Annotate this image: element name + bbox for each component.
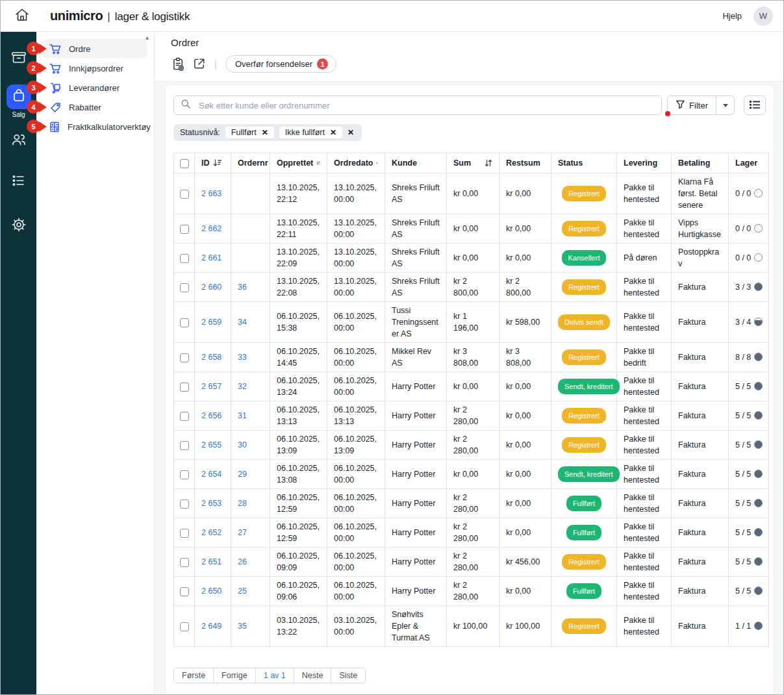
order-id-link[interactable]: 2 650	[201, 587, 221, 596]
contacts-icon[interactable]	[10, 131, 27, 148]
sort-toggle-icon	[485, 159, 492, 167]
search-icon	[181, 99, 191, 112]
order-id-link[interactable]: 2 651	[201, 557, 221, 566]
ordernr-link[interactable]: 34	[238, 318, 247, 327]
page-previous-button[interactable]: Forrige	[213, 668, 256, 683]
order-id-link[interactable]: 2 663	[201, 189, 221, 198]
sidebar-item-leverandorer[interactable]: Leverandører	[42, 78, 147, 97]
column-settings-button[interactable]	[744, 95, 766, 115]
clipboard-add-icon[interactable]	[171, 57, 185, 71]
order-id-link[interactable]: 2 662	[201, 224, 221, 233]
settings-gear-icon[interactable]	[10, 216, 27, 233]
ordernr-link[interactable]: 30	[238, 440, 247, 449]
ordernr-link[interactable]: 29	[238, 470, 247, 479]
status-badge: Sendt, kreditert	[558, 466, 620, 482]
sidebar-item-rabatter[interactable]: Rabatter	[42, 97, 147, 117]
remove-chip-icon[interactable]: ✕	[262, 129, 268, 136]
row-checkbox[interactable]	[180, 587, 189, 596]
stock-pie-icon	[754, 528, 763, 537]
row-checkbox[interactable]	[180, 470, 189, 479]
order-id-link[interactable]: 2 659	[201, 318, 221, 327]
order-id-link[interactable]: 2 649	[201, 622, 221, 631]
row-checkbox[interactable]	[180, 529, 189, 538]
ordernr-link[interactable]: 27	[238, 528, 247, 537]
ordernr-link[interactable]: 32	[238, 382, 247, 391]
row-checkbox[interactable]	[180, 225, 189, 234]
sum-cell: kr 2 280,00	[447, 431, 499, 460]
page-last-button[interactable]: Siste	[331, 668, 366, 683]
ordredato-cell: 06.10.2025, 00:00	[327, 372, 385, 401]
table-row: 2 6573206.10.2025, 13:2406.10.2025, 00:0…	[174, 372, 769, 401]
sort-descending-icon	[213, 159, 221, 167]
order-id-link[interactable]: 2 655	[201, 440, 221, 449]
page-indicator[interactable]: 1 av 1	[255, 668, 294, 683]
betaling-cell: Faktura	[672, 548, 729, 577]
row-checkbox[interactable]	[180, 383, 189, 392]
row-checkbox[interactable]	[180, 254, 189, 263]
levering-cell: Pakke til hentested	[617, 302, 672, 343]
sidebar-scroll-up-arrow[interactable]: ▲	[144, 34, 150, 41]
betaling-cell: Faktura	[672, 372, 729, 401]
document-export-icon[interactable]	[192, 57, 206, 71]
table-row: 2 6532806.10.2025, 12:5906.10.2025, 00:0…	[174, 489, 769, 518]
ordernr-link[interactable]: 35	[238, 622, 247, 631]
col-header-kunde: Kunde	[385, 153, 447, 173]
select-all-checkbox[interactable]	[180, 159, 189, 168]
order-id-link[interactable]: 2 653	[201, 499, 221, 508]
ordernr-link[interactable]: 25	[238, 587, 247, 596]
row-checkbox[interactable]	[180, 283, 189, 292]
sidebar-item-ordre[interactable]: Ordre	[42, 39, 147, 58]
clear-filters-icon[interactable]: ✕	[348, 129, 354, 136]
sum-cell: kr 2 280,00	[447, 518, 499, 548]
filter-button[interactable]: Filter	[667, 95, 716, 115]
transfer-shipments-button[interactable]: Overfør forsendelser 1	[225, 55, 336, 73]
sum-cell: kr 2 800,00	[447, 273, 499, 302]
row-checkbox[interactable]	[180, 441, 189, 450]
help-link[interactable]: Hjelp	[722, 11, 742, 21]
order-id-link[interactable]: 2 661	[201, 253, 221, 262]
col-header-opprettet[interactable]: Opprettet	[270, 153, 327, 173]
home-button[interactable]	[11, 5, 33, 27]
row-checkbox[interactable]	[180, 412, 189, 421]
annotation-pin-4: 4	[27, 100, 40, 114]
order-id-link[interactable]: 2 656	[201, 411, 221, 420]
task-list-icon[interactable]	[10, 172, 27, 189]
remove-chip-icon[interactable]: ✕	[330, 129, 336, 136]
ordernr-link[interactable]: 26	[238, 557, 247, 566]
order-id-link[interactable]: 2 658	[201, 353, 221, 362]
sidebar-item-innkjopsordrer[interactable]: Innkjøpsordrer	[42, 58, 147, 78]
col-header-sum[interactable]: Sum	[447, 153, 499, 173]
row-checkbox[interactable]	[180, 499, 189, 509]
page-next-button[interactable]: Neste	[294, 668, 332, 683]
filter-chip-ikke-fullfort[interactable]: Ikke fullført ✕	[279, 127, 342, 138]
ordernr-link[interactable]: 28	[238, 499, 247, 508]
row-checkbox[interactable]	[180, 558, 189, 567]
avatar[interactable]: W	[753, 6, 773, 26]
archive-box-icon[interactable]	[10, 49, 27, 66]
betaling-cell: Faktura	[672, 401, 729, 431]
opprettet-cell: 06.10.2025, 09:06	[270, 577, 327, 606]
order-id-link[interactable]: 2 652	[201, 528, 221, 537]
row-checkbox[interactable]	[180, 190, 189, 199]
page-first-button[interactable]: Første	[173, 668, 214, 683]
filter-chip-fullfort[interactable]: Fullført ✕	[225, 127, 274, 138]
sum-cell: kr 2 280,00	[447, 489, 499, 518]
order-id-link[interactable]: 2 654	[201, 470, 221, 479]
ordernr-link[interactable]: 36	[238, 283, 247, 292]
search-input[interactable]	[199, 101, 655, 110]
sidebar-item-label: Fraktkalkulatorverktøy	[68, 122, 151, 132]
opprettet-cell: 13.10.2025, 22:09	[270, 244, 327, 273]
order-id-link[interactable]: 2 657	[201, 382, 221, 391]
row-checkbox[interactable]	[180, 318, 189, 327]
filter-dropdown-button[interactable]	[716, 95, 735, 115]
row-checkbox[interactable]	[180, 353, 189, 362]
kunde-cell: Harry Potter	[385, 577, 447, 606]
ordernr-link[interactable]: 33	[238, 353, 247, 362]
ordernr-link[interactable]: 31	[238, 411, 247, 420]
row-checkbox[interactable]	[180, 622, 189, 631]
col-header-ordredato[interactable]: Ordredato	[327, 153, 385, 173]
ordredato-cell: 13.10.2025, 00:00	[327, 273, 385, 302]
col-header-id[interactable]: ID	[195, 153, 231, 173]
order-id-link[interactable]: 2 660	[201, 283, 221, 292]
sidebar-item-fraktkalkulatorverktoy[interactable]: Fraktkalkulatorverktøy	[42, 117, 147, 136]
